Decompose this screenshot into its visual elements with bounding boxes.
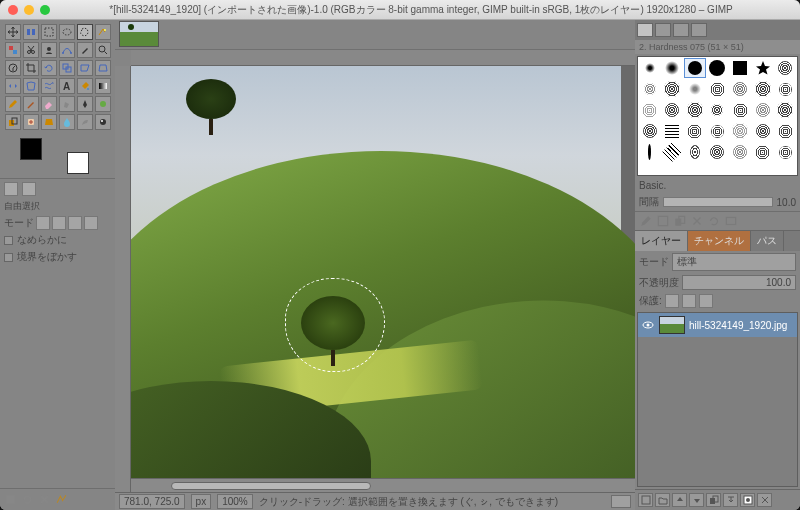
tool-paths[interactable] <box>59 42 75 58</box>
tool-flip[interactable] <box>5 78 21 94</box>
device-status-tab[interactable] <box>22 182 36 196</box>
mask-layer-button[interactable] <box>740 493 755 507</box>
tool-rotate[interactable] <box>41 60 57 76</box>
tool-eraser[interactable] <box>41 96 57 112</box>
spacing-slider[interactable] <box>663 197 773 207</box>
tool-warp[interactable] <box>41 78 57 94</box>
feather-row[interactable]: 境界をぼかす <box>4 250 111 264</box>
tool-gradient[interactable] <box>95 78 111 94</box>
blend-mode-select[interactable]: 標準 <box>672 253 796 271</box>
duplicate-brush-icon[interactable] <box>673 214 687 228</box>
minimize-window-button[interactable] <box>24 5 34 15</box>
layer-row[interactable]: hill-5324149_1920.jpg <box>638 313 797 337</box>
new-brush-icon[interactable] <box>656 214 670 228</box>
canvas[interactable] <box>131 66 635 478</box>
layer-name[interactable]: hill-5324149_1920.jpg <box>689 320 787 331</box>
fg-color-swatch[interactable] <box>20 138 42 160</box>
tool-mypaint[interactable] <box>95 96 111 112</box>
antialias-row[interactable]: なめらかに <box>4 233 111 247</box>
tool-perspective[interactable] <box>95 60 111 76</box>
tool-color-picker[interactable] <box>77 42 93 58</box>
duplicate-layer-button[interactable] <box>706 493 721 507</box>
unit-selector[interactable]: px <box>191 494 212 509</box>
tool-dodge[interactable] <box>95 114 111 130</box>
tool-align[interactable] <box>23 24 39 40</box>
new-layer-button[interactable] <box>638 493 653 507</box>
scrollbar-thumb[interactable] <box>171 482 371 490</box>
color-swatches[interactable] <box>8 138 107 174</box>
mode-intersect[interactable] <box>84 216 98 230</box>
tool-measure[interactable] <box>5 60 21 76</box>
brushes-tab[interactable] <box>637 23 653 37</box>
tool-blur[interactable] <box>59 114 75 130</box>
brush-preset-label[interactable]: Basic. <box>639 180 796 191</box>
layer-visibility-icon[interactable] <box>641 318 655 332</box>
brush-spacing-row[interactable]: 間隔 10.0 <box>635 193 800 211</box>
tool-airbrush[interactable] <box>59 96 75 112</box>
vertical-ruler[interactable] <box>115 66 131 492</box>
tool-fuzzy-select[interactable] <box>95 24 111 40</box>
tool-crop[interactable] <box>23 60 39 76</box>
tool-heal[interactable] <box>23 114 39 130</box>
antialias-checkbox[interactable] <box>4 236 13 245</box>
delete-layer-button[interactable] <box>757 493 772 507</box>
zoom-selector[interactable]: 100% <box>217 494 253 509</box>
tool-text[interactable]: A <box>59 78 75 94</box>
refresh-brush-icon[interactable] <box>707 214 721 228</box>
tool-scissors[interactable] <box>23 42 39 58</box>
raise-layer-button[interactable] <box>672 493 687 507</box>
feather-checkbox[interactable] <box>4 253 13 262</box>
tool-perspective-clone[interactable] <box>41 114 57 130</box>
tool-ink[interactable] <box>77 96 93 112</box>
patterns-tab[interactable] <box>655 23 671 37</box>
fonts-tab[interactable] <box>673 23 689 37</box>
mode-add[interactable] <box>52 216 66 230</box>
tab-paths[interactable]: パス <box>751 231 784 251</box>
lock-pixels[interactable] <box>665 294 679 308</box>
brush-grid[interactable] <box>637 56 798 176</box>
tool-rect-select[interactable] <box>41 24 57 40</box>
edit-brush-icon[interactable] <box>639 214 653 228</box>
lock-alpha[interactable] <box>699 294 713 308</box>
tool-shear[interactable] <box>77 60 93 76</box>
merge-layer-button[interactable] <box>723 493 738 507</box>
tool-ellipse-select[interactable] <box>59 24 75 40</box>
tab-layers[interactable]: レイヤー <box>635 231 688 251</box>
tool-scale[interactable] <box>59 60 75 76</box>
tab-channels[interactable]: チャンネル <box>688 231 751 251</box>
layer-list[interactable]: hill-5324149_1920.jpg <box>637 312 798 487</box>
lock-position[interactable] <box>682 294 696 308</box>
history-tab[interactable] <box>691 23 707 37</box>
opacity-slider[interactable]: 100.0 <box>682 275 796 290</box>
tool-by-color-select[interactable] <box>5 42 21 58</box>
restore-options-icon[interactable] <box>21 493 34 506</box>
new-group-button[interactable] <box>655 493 670 507</box>
tool-smudge[interactable] <box>77 114 93 130</box>
tool-cage[interactable] <box>23 78 39 94</box>
horizontal-scrollbar[interactable] <box>131 478 635 492</box>
cancel-button[interactable] <box>611 495 631 508</box>
tool-paintbrush[interactable] <box>23 96 39 112</box>
brush-selected[interactable] <box>684 58 706 78</box>
horizontal-ruler[interactable] <box>131 50 635 66</box>
tool-free-select[interactable] <box>77 24 93 40</box>
reset-options-icon[interactable] <box>55 493 68 506</box>
mode-replace[interactable] <box>36 216 50 230</box>
tool-clone[interactable] <box>5 114 21 130</box>
delete-options-icon[interactable] <box>38 493 51 506</box>
tool-bucket[interactable] <box>77 78 93 94</box>
tool-pencil[interactable] <box>5 96 21 112</box>
tool-zoom[interactable] <box>95 42 111 58</box>
tool-options-tab[interactable] <box>4 182 18 196</box>
tool-foreground-select[interactable] <box>41 42 57 58</box>
save-options-icon[interactable] <box>4 493 17 506</box>
maximize-window-button[interactable] <box>40 5 50 15</box>
delete-brush-icon[interactable] <box>690 214 704 228</box>
bg-color-swatch[interactable] <box>67 152 89 174</box>
tool-move[interactable] <box>5 24 21 40</box>
close-window-button[interactable] <box>8 5 18 15</box>
open-as-image-icon[interactable] <box>724 214 738 228</box>
mode-subtract[interactable] <box>68 216 82 230</box>
image-tab-thumbnail[interactable] <box>119 21 159 47</box>
lower-layer-button[interactable] <box>689 493 704 507</box>
